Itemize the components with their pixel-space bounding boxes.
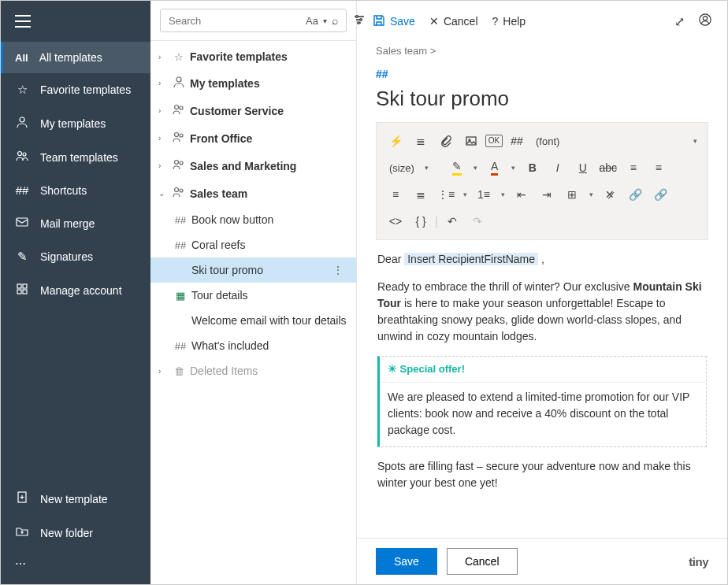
new-folder-button[interactable]: New folder [1,516,150,550]
tree-item-coral-reefs[interactable]: ##Coral reefs [150,232,356,257]
bullet-list-icon[interactable]: ⋮≡ [435,184,457,205]
sidebar-item-favorite-templates[interactable]: ☆ Favorite templates [1,73,150,106]
template-tree: ›☆Favorite templates ›My templates ›Cust… [150,41,356,584]
table-icon[interactable]: ⊞ [561,184,583,205]
people-icon [173,131,185,146]
clear-format-icon[interactable]: ✕̷ [599,184,621,205]
breadcrumb[interactable]: Sales team > [376,45,708,57]
svg-point-2 [23,153,26,156]
tree-item-book-now[interactable]: ##Book now button [150,207,356,232]
tree-item-ski-tour-promo[interactable]: Ski tour promo⋮ [150,257,356,283]
svg-point-1 [18,152,22,156]
hash-icon: ## [15,183,29,197]
ok-icon[interactable]: OK [485,135,503,147]
special-offer-body: We are pleased to extend a limited-time … [380,382,706,446]
template-title[interactable]: Ski tour promo [376,87,708,111]
align-right-icon[interactable]: ≡ [384,184,407,205]
hash-button[interactable]: ## [506,131,528,151]
font-selector[interactable]: (font) [531,135,564,147]
paragraph-icon[interactable]: ≣ [410,131,432,151]
svg-rect-4 [17,284,21,288]
tree-folder-front-office[interactable]: ›Front Office [150,124,356,152]
expand-icon[interactable]: ⤢ [674,14,685,29]
help-button[interactable]: ? Help [492,15,526,28]
trash-icon: 🗑 [173,365,185,377]
tree-item-welcome-email[interactable]: Welcome email with tour details [150,308,356,333]
svg-point-17 [175,161,179,165]
number-list-icon[interactable]: 1≡ [473,184,495,205]
highlight-icon[interactable]: ✎ [446,157,468,178]
tree-folder-customer-service[interactable]: ›Customer Service [150,97,356,124]
tree-folder-sales-team[interactable]: ⌄Sales team [150,180,356,207]
svg-point-0 [20,117,24,122]
tree-folder-my-templates[interactable]: ›My templates [150,69,356,97]
people-icon [173,103,185,118]
sidebar-item-signatures[interactable]: ✎ Signatures [1,240,150,273]
hash-indicator: ## [376,68,708,80]
new-doc-icon [15,491,29,506]
outdent-icon[interactable]: ⇤ [511,184,533,205]
bold-icon[interactable]: B [522,157,544,178]
case-toggle[interactable]: Aa [306,15,318,27]
strike-icon[interactable]: abc [597,157,619,178]
footer: Save Cancel tiny [357,538,727,584]
underline-icon[interactable]: U [572,157,594,178]
tree-folder-favorite[interactable]: ›☆Favorite templates [150,44,356,69]
people-icon [173,158,185,173]
chevron-down-icon[interactable]: ▾ [690,137,700,145]
editor-toolbar: ⚡ ≣ OK ## (font) ▾ (size) ▾ ✎▾ A▾ B [376,122,708,240]
more-menu[interactable]: ⋯ [1,550,150,578]
bolt-icon[interactable]: ⚡ [384,131,407,151]
search-icon[interactable]: ⌕ [332,14,338,27]
italic-icon[interactable]: I [547,157,569,178]
svg-point-14 [180,106,183,109]
recipient-placeholder[interactable]: Insert RecipientFirstName [404,253,538,265]
svg-point-13 [175,106,179,109]
sidebar-item-all-templates[interactable]: All All templates [1,42,150,73]
top-toolbar: Save ✕ Cancel ? Help ⤢ [357,1,727,42]
sidebar-item-my-templates[interactable]: My templates [1,106,150,140]
cancel-button[interactable]: ✕ Cancel [429,15,478,28]
tree-folder-deleted[interactable]: ›🗑Deleted Items [150,358,356,383]
braces-icon[interactable]: { } [410,211,432,231]
align-center-icon[interactable]: ≡ [648,157,670,178]
more-icon[interactable]: ⋮ [328,264,348,276]
hash-icon: ## [174,340,187,352]
search-input[interactable] [169,15,301,27]
code-icon[interactable]: <> [384,211,407,231]
svg-point-22 [703,17,707,20]
hamburger-menu[interactable] [15,15,31,28]
image-icon[interactable] [460,131,482,151]
save-button-footer[interactable]: Save [376,548,437,575]
text-color-icon[interactable]: A [484,157,506,178]
indent-icon[interactable]: ⇥ [536,184,558,205]
search-box[interactable]: Aa ▾ ⌕ [160,9,347,32]
attach-icon[interactable] [435,131,457,151]
sidebar-item-mail-merge[interactable]: Mail merge [1,206,150,240]
align-left-icon[interactable]: ≡ [622,157,644,178]
svg-rect-3 [17,218,28,226]
undo-icon[interactable]: ↶ [441,211,463,231]
svg-point-19 [175,188,179,192]
editor-body[interactable]: Dear Insert RecipientFirstName , Ready t… [376,240,708,513]
save-button[interactable]: Save [373,14,415,29]
tree-item-tour-details[interactable]: ▦Tour details [150,283,356,308]
new-template-button[interactable]: New template [1,482,150,516]
redo-icon: ↷ [466,211,488,231]
chevron-down-icon[interactable]: ▾ [323,17,327,25]
sidebar-item-team-templates[interactable]: Team templates [1,140,150,174]
cancel-button-footer[interactable]: Cancel [447,548,518,575]
link-icon[interactable]: 🔗 [624,184,646,205]
size-selector[interactable]: (size) [384,162,419,174]
tree-item-whats-included[interactable]: ##What's included [150,333,356,358]
sidebar-item-manage-account[interactable]: Manage account [1,273,150,307]
special-offer-box: ☀ Special offer! We are pleased to exten… [377,356,707,447]
svg-point-20 [180,189,183,192]
account-icon[interactable] [699,13,711,29]
tree-folder-sales-marketing[interactable]: ›Sales and Marketing [150,152,356,180]
new-folder-icon [15,525,29,540]
sidebar-item-shortcuts[interactable]: ## Shortcuts [1,174,150,206]
unlink-icon: 🔗 [649,184,671,205]
align-justify-icon[interactable]: ≣ [410,184,432,205]
hash-icon: ## [174,214,187,226]
